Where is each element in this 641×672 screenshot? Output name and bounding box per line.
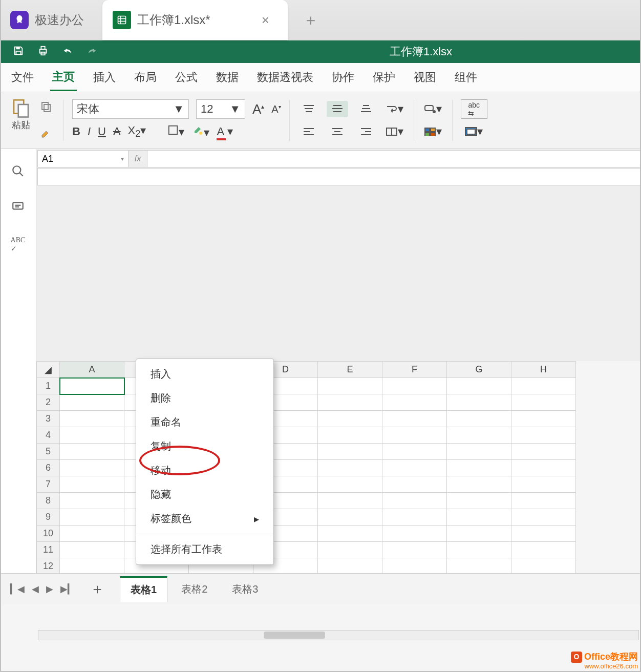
sheet-nav-prev-icon[interactable]: ◀ [32,583,39,595]
comment-icon[interactable] [11,200,25,216]
cell-A9[interactable] [60,509,124,526]
cell-H6[interactable] [511,460,576,476]
cell-E12[interactable] [318,558,382,574]
menu-protect[interactable]: 保护 [371,65,397,90]
cell-G7[interactable] [447,476,511,493]
ctx-insert[interactable]: 插入 [136,362,273,386]
sheet-nav-first-icon[interactable]: ▎◀ [10,583,25,595]
row-header-2[interactable]: 2 [37,394,60,411]
merge-cells-icon[interactable]: ▾ [384,123,405,140]
underline-button[interactable]: U [98,125,106,138]
increase-font-icon[interactable]: A▴ [252,101,264,117]
cell-F10[interactable] [382,526,447,542]
search-icon[interactable] [11,164,25,180]
row-header-8[interactable]: 8 [37,493,60,509]
menu-component[interactable]: 组件 [453,65,479,90]
cell-A12[interactable] [60,558,124,574]
redo-icon[interactable] [80,45,104,59]
strikethrough-button[interactable]: A [113,125,121,138]
cell-F1[interactable] [382,378,447,394]
cell-G12[interactable] [447,558,511,574]
format-painter-icon[interactable] [37,125,55,143]
cell-A8[interactable] [60,493,124,509]
row-header-5[interactable]: 5 [37,444,60,460]
col-header-A[interactable]: A [60,362,124,378]
sub-super-button[interactable]: X2▾ [128,124,146,139]
col-header-G[interactable]: G [447,362,511,378]
save-icon[interactable] [6,45,31,59]
fill-color-button[interactable]: ▾ [191,124,209,139]
font-color-button[interactable]: A ▾ [217,125,233,138]
ctx-tab-color[interactable]: 标签颜色 ▸ [136,507,273,531]
cell-E10[interactable] [318,526,382,542]
cell-E8[interactable] [318,493,382,509]
row-header-11[interactable]: 11 [37,542,60,558]
cell-E11[interactable] [318,542,382,558]
cell-F2[interactable] [382,394,447,411]
paste-button[interactable]: 粘贴 [10,97,32,131]
cell-G1[interactable] [447,378,511,394]
fx-label[interactable]: fx [129,150,147,167]
menu-home[interactable]: 主页 [50,64,77,91]
cell-E6[interactable] [318,460,382,476]
italic-button[interactable]: I [88,125,91,138]
cell-G8[interactable] [447,493,511,509]
bold-button[interactable]: B [72,125,80,138]
menu-pivot[interactable]: 数据透视表 [255,65,315,90]
menu-layout[interactable]: 布局 [132,65,159,90]
align-top-icon[interactable] [298,101,319,117]
cell-E4[interactable] [318,427,382,444]
ctx-delete[interactable]: 删除 [136,386,273,410]
insert-function-icon[interactable]: abc⇆ [461,99,487,119]
cell-A5[interactable] [60,444,124,460]
cell-F4[interactable] [382,427,447,444]
conditional-format-icon[interactable]: ▾ [463,123,485,140]
wrap-text-icon[interactable]: ▾ [384,101,405,117]
tab-close-button[interactable]: × [262,12,269,28]
cell-G3[interactable] [447,411,511,427]
col-header-H[interactable]: H [511,362,576,378]
align-center-icon[interactable] [327,123,348,140]
cell-H3[interactable] [511,411,576,427]
decrease-font-icon[interactable]: A▾ [271,103,281,115]
cell-A3[interactable] [60,411,124,427]
ctx-move[interactable]: 移动 [136,458,273,482]
scrollbar-thumb[interactable] [264,632,325,639]
ctx-select-all-sheets[interactable]: 选择所有工作表 [136,537,273,561]
cell-A6[interactable] [60,460,124,476]
row-header-3[interactable]: 3 [37,411,60,427]
cell-F3[interactable] [382,411,447,427]
cell-E1[interactable] [318,378,382,394]
cell-G10[interactable] [447,526,511,542]
row-header-6[interactable]: 6 [37,460,60,476]
font-name-select[interactable]: 宋体▼ [72,99,189,119]
cell-F8[interactable] [382,493,447,509]
cell-G4[interactable] [447,427,511,444]
menu-formula[interactable]: 公式 [173,65,200,90]
cell-F7[interactable] [382,476,447,493]
row-header-9[interactable]: 9 [37,509,60,526]
cell-G2[interactable] [447,394,511,411]
name-box[interactable]: A1▾ [37,150,129,167]
cell-H1[interactable] [511,378,576,394]
spellcheck-icon[interactable]: ABC✓ [11,236,26,253]
font-size-select[interactable]: 12▼ [196,99,245,119]
number-format-icon[interactable]: ▾ [422,101,444,117]
add-tab-button[interactable]: ＋ [303,10,318,31]
align-bottom-icon[interactable] [355,101,377,117]
cell-H8[interactable] [511,493,576,509]
menu-collab[interactable]: 协作 [330,65,356,90]
cell-A11[interactable] [60,542,124,558]
cell-H2[interactable] [511,394,576,411]
row-header-10[interactable]: 10 [37,526,60,542]
cell-E9[interactable] [318,509,382,526]
cell-H4[interactable] [511,427,576,444]
sheet-nav-next-icon[interactable]: ▶ [46,583,53,595]
cell-F11[interactable] [382,542,447,558]
menu-view[interactable]: 视图 [412,65,438,90]
copy-icon[interactable] [37,97,55,116]
align-right-icon[interactable] [355,123,377,140]
cell-A2[interactable] [60,394,124,411]
undo-icon[interactable] [55,45,80,59]
cell-A4[interactable] [60,427,124,444]
